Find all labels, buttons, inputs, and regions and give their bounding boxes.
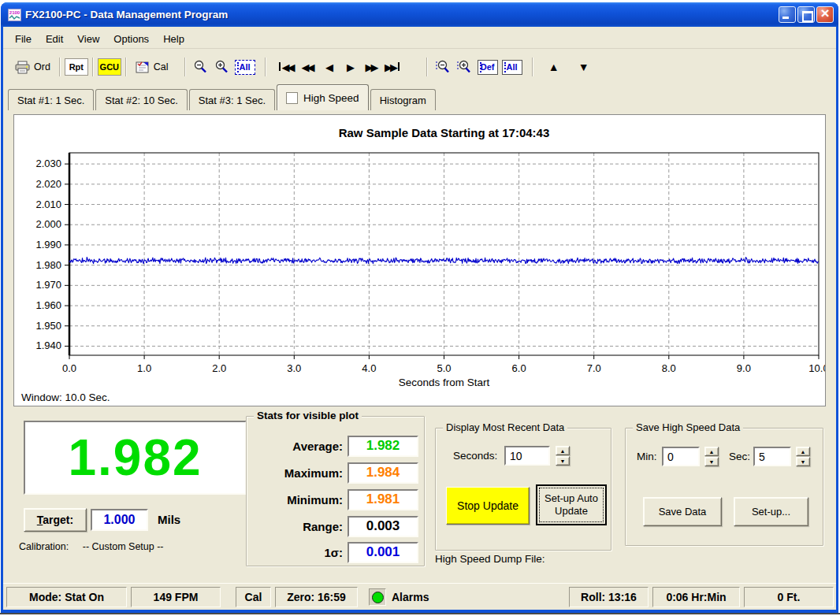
svg-text:1.970: 1.970 (35, 279, 61, 291)
menu-edit[interactable]: Edit (39, 31, 70, 47)
tab-high-speed[interactable]: High Speed (277, 84, 369, 110)
sec-label: Sec: (729, 451, 750, 462)
alarm-indicator[interactable] (369, 588, 386, 606)
sec-spin-down[interactable]: ▼ (796, 457, 810, 466)
tab-stat1[interactable]: Stat #1: 1 Sec. (8, 89, 94, 110)
seconds-label: Seconds: (453, 450, 497, 462)
tab-stat3[interactable]: Stat #3: 1 Sec. (189, 89, 275, 110)
svg-text:2.020: 2.020 (35, 178, 61, 190)
high-speed-checkbox[interactable] (286, 92, 298, 104)
calibration-label: Calibration: (19, 541, 69, 552)
cal-button[interactable]: Cal (131, 58, 173, 76)
toolbar-separator (59, 58, 61, 76)
chart-window-label: Window: 10.0 Sec. (21, 391, 110, 403)
average-value: 1.982 (348, 436, 418, 457)
save-data-button[interactable]: Save Data (643, 497, 722, 526)
close-button[interactable] (816, 6, 834, 23)
zoom-all-button[interactable]: All (235, 60, 255, 75)
seconds-input[interactable]: 10 (504, 446, 550, 466)
up-arrow-icon: ▲ (801, 449, 806, 455)
svg-text:1.980: 1.980 (35, 259, 61, 271)
sec-input[interactable]: 5 (753, 447, 791, 466)
nav-next-button[interactable]: ▶ (340, 57, 362, 77)
zoom-out-icon (192, 59, 208, 75)
sec-spin-up[interactable]: ▲ (796, 447, 810, 456)
toolbar-separator (532, 58, 533, 76)
nav-forward-icon: ▶▶ (366, 61, 377, 73)
rpt-button[interactable]: Rpt (65, 58, 88, 76)
sec-spinner: ▲ ▼ (796, 447, 810, 466)
toolbar-separator (125, 58, 127, 76)
auto-zoom-out-icon (434, 59, 450, 75)
scroll-down-button[interactable]: ▼ (572, 58, 596, 76)
menu-file[interactable]: File (8, 31, 39, 47)
tab-histogram[interactable]: Histogram (370, 89, 436, 110)
maximize-button[interactable] (797, 6, 815, 23)
nav-first-button[interactable]: ◀◀ (277, 57, 298, 77)
seconds-spin-down[interactable]: ▼ (556, 456, 570, 466)
svg-text:2.010: 2.010 (35, 199, 61, 210)
toolbar-separator (426, 58, 428, 76)
zoom-in-button[interactable] (211, 57, 232, 77)
scroll-up-button[interactable]: ▲ (542, 58, 566, 76)
seconds-spin-up[interactable]: ▲ (556, 446, 570, 455)
save-title: Save High Speed Data (633, 421, 743, 433)
minimize-button[interactable] (779, 6, 796, 23)
toolbar: Ord Rpt GCU Cal (3, 50, 836, 83)
auto-zoom-out-button[interactable] (432, 57, 453, 77)
down-arrow-icon: ▼ (801, 459, 806, 465)
svg-text:2.000: 2.000 (35, 218, 61, 230)
save-setup-button[interactable]: Set-up... (734, 497, 808, 526)
target-button[interactable]: Target: (24, 508, 87, 532)
svg-text:1.0: 1.0 (137, 362, 151, 374)
menu-view[interactable]: View (70, 31, 106, 47)
print-order-button[interactable]: Ord (9, 58, 55, 77)
svg-text:7.0: 7.0 (587, 362, 601, 374)
titlebar[interactable]: 2100 FX2100-PC - Data Management Program (1, 2, 838, 27)
toolbar-separator (92, 58, 94, 76)
tab-stat2[interactable]: Stat #2: 10 Sec. (95, 89, 188, 110)
target-input[interactable]: 1.000 (91, 509, 148, 531)
status-runtime: 0:06 Hr:Min (652, 587, 740, 607)
zoom-in-icon (214, 59, 229, 75)
printer-icon (14, 61, 31, 74)
stat-row-maximum: Maximum: 1.984 (247, 462, 424, 484)
screen: 2100 FX2100-PC - Data Management Program… (0, 0, 840, 616)
nav-next-icon: ▶ (347, 61, 352, 73)
stop-update-button[interactable]: Stop Update (446, 487, 530, 525)
svg-text:6.0: 6.0 (512, 362, 526, 374)
scale-default-button[interactable]: Def (478, 60, 498, 75)
svg-text:10.0: 10.0 (808, 362, 825, 374)
raw-sample-chart: Raw Sample Data Starting at 17:04:432.03… (14, 115, 825, 395)
status-zero: Zero: 16:59 (275, 587, 358, 607)
status-footage: 0 Ft. (744, 587, 834, 607)
menubar: File Edit View Options Help (3, 30, 836, 49)
min-input[interactable]: 0 (662, 447, 700, 466)
live-value: 1.982 (68, 429, 202, 487)
svg-text:3.0: 3.0 (287, 362, 301, 374)
svg-text:2.0: 2.0 (212, 362, 226, 374)
window-title: FX2100-PC - Data Management Program (25, 9, 779, 20)
nav-last-button[interactable]: ▶▶ (383, 57, 404, 77)
up-arrow-icon: ▲ (548, 61, 559, 73)
nav-forward-button[interactable]: ▶▶ (362, 57, 383, 77)
status-bar: Mode: Stat On 149 FPM Cal Zero: 16:59 Al… (3, 583, 836, 610)
svg-text:1.950: 1.950 (35, 320, 61, 332)
menu-help[interactable]: Help (156, 31, 191, 47)
alarm-status-dot (372, 592, 384, 603)
auto-zoom-in-button[interactable] (453, 57, 474, 77)
recent-data-title: Display Most Recent Data (443, 421, 567, 433)
setup-auto-update-button[interactable]: Set-up Auto Update (536, 484, 607, 525)
menu-options[interactable]: Options (106, 31, 156, 47)
min-spin-down[interactable]: ▼ (704, 457, 719, 466)
nav-rewind-button[interactable]: ◀◀ (298, 57, 319, 77)
zoom-out-button[interactable] (190, 57, 211, 77)
stat-row-average: Average: 1.982 (247, 435, 424, 457)
min-label: Min: (637, 451, 657, 462)
status-roll: Roll: 13:16 (569, 587, 649, 607)
app-icon: 2100 (8, 9, 21, 21)
gcu-button[interactable]: GCU (98, 58, 121, 76)
min-spin-up[interactable]: ▲ (704, 447, 719, 456)
nav-prev-button[interactable]: ◀ (319, 57, 340, 77)
scale-all-button[interactable]: All (502, 60, 522, 75)
